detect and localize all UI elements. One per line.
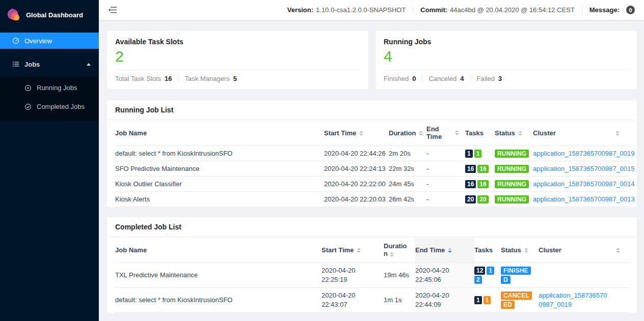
sort-icon[interactable] — [390, 252, 394, 257]
cluster-link[interactable]: application_1587365700987_0019 — [539, 291, 607, 308]
job-name: TXL Predictive Maintenance — [115, 263, 321, 288]
commit-value: 44ac4bd @ 20.04.2020 @ 16:54:12 CEST — [450, 6, 575, 14]
tasks-count-badge: 1 — [484, 296, 491, 304]
tasks-count-badge: 16 — [477, 180, 488, 188]
message-count-badge[interactable]: 0 — [626, 6, 635, 14]
divider — [115, 70, 360, 70]
status-cell: CANCELED — [501, 288, 539, 313]
status-cell: RUNNING — [495, 177, 533, 192]
build-info: Version: 1.10.0-csa1.2.0.0-SNAPSHOT Comm… — [287, 6, 635, 14]
job-name: Kiosk Alerts — [115, 192, 324, 207]
failed-value: 3 — [498, 75, 502, 82]
table-row[interactable]: default: select * from KioskIntrusionSFO… — [115, 288, 629, 313]
sort-icon[interactable] — [518, 131, 522, 136]
content: Available Task Slots 2 Total Task Slots … — [99, 20, 644, 321]
card-title: Running Jobs — [384, 38, 629, 46]
table-row[interactable]: default: select * from KioskIntrusionSFO… — [115, 146, 629, 161]
col-duration[interactable]: Duration — [389, 120, 426, 146]
table-row[interactable]: SFO Predictive Maintenance 2020-04-20 22… — [115, 161, 629, 177]
col-job-name: Job Name — [115, 237, 321, 263]
end-time: - — [426, 192, 465, 207]
tasks-total-badge: 12 — [474, 267, 485, 275]
col-job-name: Job Name — [115, 120, 324, 146]
cluster-cell: application_1587365700987_0019 — [533, 146, 615, 161]
cluster-cell: application_1587365700987_0013 — [533, 192, 615, 207]
status-cell: RUNNING — [495, 161, 533, 177]
col-status[interactable]: Status — [495, 120, 533, 146]
sidebar-item-label: Running Jobs — [37, 84, 77, 92]
col-tasks: Tasks — [474, 237, 501, 263]
cluster-link[interactable]: application_1587365700987_0013 — [533, 195, 635, 203]
status-badge: RUNNING — [495, 165, 529, 173]
version-value: 1.10.0-csa1.2.0.0-SNAPSHOT — [316, 6, 406, 14]
col-extra-sorter[interactable] — [616, 237, 629, 263]
end-time: 2020-04-20 22:45:06 — [415, 263, 474, 288]
status-badge: RUNNING — [495, 150, 529, 158]
end-time: - — [426, 161, 465, 177]
menu-fold-icon[interactable] — [108, 6, 117, 15]
col-end-time[interactable]: End Time — [415, 237, 474, 263]
cluster-link[interactable]: application_1587365700987_0015 — [533, 165, 635, 172]
tasks-total-badge: 16 — [465, 180, 476, 188]
col-duration[interactable]: Duration — [384, 237, 415, 263]
table-row[interactable]: Kiosk Outlier Classifier 2020-04-20 22:2… — [115, 177, 629, 192]
sort-icon[interactable] — [616, 248, 620, 253]
finished-value: 0 — [412, 75, 416, 82]
col-start-time[interactable]: Start Time — [324, 120, 389, 146]
sort-icon[interactable] — [615, 131, 620, 136]
sidebar-item-overview[interactable]: Overview — [0, 33, 99, 49]
sort-icon-active[interactable] — [448, 248, 452, 253]
start-time: 2020-04-20 22:20:03 — [324, 192, 389, 207]
available-slots-value: 2 — [115, 47, 360, 66]
table-row[interactable]: TXL Predictive Maintenance 2020-04-20 22… — [115, 263, 629, 288]
brand-title: Global Dashboard — [26, 11, 83, 19]
table-header-row: Job Name Start Time Duration End Time Ta… — [115, 120, 629, 146]
sidebar-item-completed-jobs[interactable]: Completed Jobs — [0, 97, 99, 116]
start-time: 2020-04-20 22:25:19 — [321, 263, 384, 288]
check-circle-icon — [24, 103, 32, 110]
sort-icon[interactable] — [419, 131, 423, 136]
col-cluster: Cluster — [533, 120, 615, 146]
cluster-link[interactable]: application_1587365700987_0019 — [533, 150, 635, 157]
tasks-cell: 1212 — [474, 263, 501, 288]
job-name: default: select * from KioskIntrusionSFO — [115, 288, 321, 313]
play-circle-icon — [24, 84, 32, 92]
sort-icon[interactable] — [455, 130, 459, 135]
task-managers-label: Task Managers — [185, 75, 230, 82]
sidebar-item-jobs[interactable]: Jobs — [0, 56, 99, 72]
total-task-slots-value: 16 — [165, 75, 172, 82]
sort-icon[interactable] — [357, 248, 361, 253]
tasks-cell: 2020 — [465, 192, 495, 207]
message-label: Message: — [589, 6, 620, 14]
total-task-slots-label: Total Task Slots — [115, 75, 161, 82]
tasks-cell: 11 — [465, 146, 495, 161]
sidebar-item-running-jobs[interactable]: Running Jobs — [0, 78, 99, 97]
running-jobs-value: 4 — [384, 47, 629, 66]
tasks-cell: 1616 — [465, 177, 495, 192]
col-start-time[interactable]: Start Time — [321, 237, 384, 263]
jobs-submenu: Running Jobs Completed Jobs — [0, 76, 99, 121]
job-name: Kiosk Outlier Classifier — [115, 177, 324, 192]
duration: 26m 42s — [389, 192, 426, 207]
divider — [413, 7, 413, 14]
commit-label: Commit: — [420, 6, 447, 14]
start-time: 2020-04-20 22:44:26 — [324, 146, 389, 161]
brand[interactable]: Global Dashboard — [0, 0, 99, 30]
divider — [582, 7, 582, 14]
col-extra-sorter[interactable] — [615, 120, 629, 146]
status-badge: FINISHED — [501, 267, 531, 284]
sort-icon[interactable] — [359, 131, 363, 136]
start-time: 2020-04-20 22:22:00 — [324, 177, 389, 192]
sort-icon[interactable] — [524, 248, 528, 253]
col-status[interactable]: Status — [501, 237, 539, 263]
tasks-count-badge: 1 — [474, 150, 482, 158]
table-row[interactable]: Kiosk Alerts 2020-04-20 22:20:03 26m 42s… — [115, 192, 629, 207]
running-jobs-table: Job Name Start Time Duration End Time Ta… — [115, 120, 629, 207]
card-title: Available Task Slots — [115, 38, 360, 46]
cluster-link[interactable]: application_1587365700987_0014 — [533, 180, 635, 188]
col-end-time[interactable]: End Time — [426, 120, 465, 146]
canceled-label: Canceled — [428, 75, 457, 82]
end-time: - — [426, 146, 465, 161]
status-badge: RUNNING — [495, 180, 529, 188]
tasks-count-badge: 20 — [477, 195, 488, 203]
